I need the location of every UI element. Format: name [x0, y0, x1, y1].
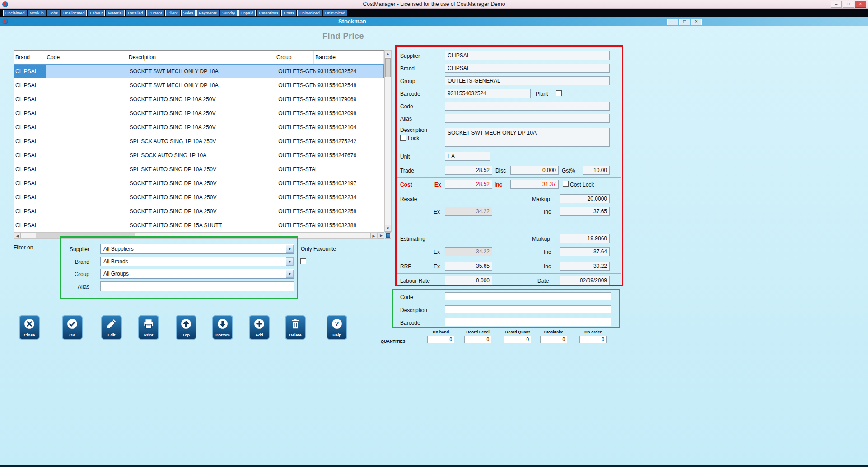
scroll-right-icon[interactable]: ▶ [370, 233, 377, 238]
tab-unpaid[interactable]: Unpaid [238, 10, 256, 16]
quantity-input[interactable]: 0 [464, 336, 491, 343]
barcode-field[interactable]: 9311554032524 [445, 89, 531, 98]
column-header-description[interactable]: Description [127, 51, 275, 64]
disc-field[interactable]: 0.000 [510, 166, 559, 175]
quantity-input[interactable]: 0 [540, 336, 567, 343]
table-row[interactable]: CLIPSALSOCKET AUTO SING 1P 10A 250VOUTLE… [14, 120, 384, 134]
table-row[interactable]: CLIPSALSOCKET AUTO SING DP 10A 250VOUTLE… [14, 176, 384, 190]
edit-button[interactable]: Edit [101, 315, 122, 340]
cost-inc-field[interactable]: 31.37 [510, 180, 559, 189]
table-row[interactable]: CLIPSALSPL SKT AUTO SING DP 10A 250VOUTL… [14, 162, 384, 176]
table-row[interactable]: CLIPSALSPL SCK AUTO SING 1P 10A 250VOUTL… [14, 134, 384, 148]
tab-jobs[interactable]: Jobs [47, 10, 60, 16]
close-button[interactable]: Close [19, 315, 40, 340]
resale-inc-field[interactable]: 37.65 [560, 207, 610, 216]
column-header-group[interactable]: Group [275, 51, 314, 64]
table-row[interactable]: CLIPSALSOCKET SWT MECH ONLY DP 10AOUTLET… [14, 78, 384, 92]
brand-field[interactable]: CLIPSAL [445, 64, 610, 73]
estimating-markup-field[interactable]: 19.9860 [560, 234, 610, 243]
resale-markup-field[interactable]: 20.0000 [560, 194, 610, 203]
table-row[interactable]: CLIPSALSPL SOCK AUTO SING 1P 10AOUTLETS-… [14, 148, 384, 162]
close-icon[interactable]: × [691, 19, 702, 25]
supplier-field[interactable]: CLIPSAL [445, 51, 610, 60]
quantity-input[interactable]: 0 [579, 336, 607, 343]
chevron-down-icon[interactable]: ▼ [286, 245, 294, 253]
labour-rate-field[interactable]: 0.000 [445, 276, 492, 285]
alias-filter-input[interactable] [100, 281, 294, 291]
chevron-down-icon[interactable]: ▼ [286, 270, 294, 278]
scroll-left-icon[interactable]: ◀ [14, 233, 21, 238]
code-field[interactable] [445, 102, 610, 111]
chevron-down-icon[interactable]: ▼ [286, 257, 294, 266]
table-row[interactable]: CLIPSALSOCKET AUTO SING 1P 10A 250VOUTLE… [14, 106, 384, 120]
quantity-input[interactable]: 0 [504, 336, 531, 343]
quantity-input[interactable]: 0 [427, 336, 454, 343]
tab-unclaimed[interactable]: Unclaimed [3, 10, 27, 16]
tab-client[interactable]: Client [165, 10, 180, 16]
column-header-barcode[interactable]: Barcode [314, 51, 381, 64]
add-button[interactable]: Add [249, 315, 270, 340]
maximize-icon[interactable]: □ [679, 19, 690, 25]
column-header-code[interactable]: Code [45, 51, 127, 64]
tab-sundry[interactable]: Sundry [220, 10, 238, 16]
tab-sales[interactable]: Sales [181, 10, 196, 16]
trade-field[interactable]: 28.52 [445, 166, 492, 175]
tab-payments[interactable]: Payments [196, 10, 219, 16]
table-row[interactable]: CLIPSALSOCKET AUTO SING DP 10A 250VOUTLE… [14, 204, 384, 218]
maximize-icon[interactable]: □ [843, 1, 854, 8]
resale-ex-field[interactable]: 34.22 [445, 207, 492, 216]
group-filter-dropdown[interactable]: All Groups ▼ [100, 269, 294, 279]
scroll-up-icon[interactable]: ▲ [385, 51, 391, 57]
lookup-barcode-input[interactable] [445, 318, 611, 326]
table-row[interactable]: CLIPSALSOCKET AUTO SING 1P 10A 250VOUTLE… [14, 92, 384, 106]
scroll-down-icon[interactable]: ▼ [385, 225, 391, 232]
cost-ex-field[interactable]: 28.52 [445, 180, 492, 189]
horizontal-scrollbar[interactable]: ◀ ▶ [14, 232, 378, 239]
estimating-inc-field[interactable]: 37.64 [560, 247, 610, 256]
vertical-scroll-thumb[interactable] [385, 58, 391, 77]
table-row[interactable]: CLIPSALSOCKET SWT MECH ONLY DP 10AOUTLET… [14, 64, 384, 78]
delete-button[interactable]: Delete [285, 315, 306, 340]
date-field[interactable]: 02/09/2009 [560, 276, 610, 285]
print-button[interactable]: Print [138, 315, 159, 340]
tab-uninvoiced[interactable]: Uninvoiced [323, 10, 348, 16]
tab-labour[interactable]: Labour [88, 10, 105, 16]
grid-search-icon[interactable] [385, 232, 391, 239]
column-header-brand[interactable]: Brand [14, 51, 45, 64]
tab-costs[interactable]: Costs [281, 10, 296, 16]
gst-field[interactable]: 10.00 [583, 166, 610, 175]
minimize-icon[interactable]: – [831, 1, 842, 8]
tab-unallocated[interactable]: Unallocated [61, 10, 87, 16]
minimize-icon[interactable]: – [667, 19, 678, 25]
alias-field[interactable] [445, 114, 610, 123]
plant-checkbox[interactable] [556, 90, 562, 96]
description-field[interactable]: SOCKET SWT MECH ONLY DP 10A [445, 128, 610, 147]
description-lock-checkbox[interactable] [400, 135, 406, 141]
vertical-scrollbar[interactable]: ▲ ▼ [384, 50, 392, 232]
help-button[interactable]: ?Help [327, 315, 347, 340]
column-header-a[interactable]: A [381, 51, 384, 64]
scroll-right-end-icon[interactable]: ▶ [378, 232, 384, 239]
tab-uninvoiced[interactable]: Uninvoiced [297, 10, 322, 16]
rrp-inc-field[interactable]: 39.22 [560, 262, 610, 271]
top-button[interactable]: Top [176, 315, 196, 340]
brand-filter-dropdown[interactable]: All Brands ▼ [100, 257, 294, 266]
supplier-filter-dropdown[interactable]: All Suppliers ▼ [100, 244, 294, 254]
close-icon[interactable]: × [855, 1, 866, 8]
tab-detailed[interactable]: Detailed [126, 10, 145, 16]
table-row[interactable]: CLIPSALSOCKET AUTO SING DP 15A SHUTTOUTL… [14, 218, 384, 232]
tab-retentions[interactable]: Retentions [257, 10, 280, 16]
ok-button[interactable]: OK [62, 315, 83, 340]
estimating-ex-field[interactable]: 34.22 [445, 247, 492, 256]
bottom-button[interactable]: Bottom [212, 315, 233, 340]
lookup-description-input[interactable] [445, 305, 611, 313]
cost-lock-checkbox[interactable] [563, 181, 569, 187]
unit-field[interactable]: EA [445, 152, 490, 161]
table-row[interactable]: CLIPSALSOCKET AUTO SING DP 10A 250VOUTLE… [14, 190, 384, 204]
tab-work-in[interactable]: Work in [28, 10, 46, 16]
tab-current[interactable]: Current [146, 10, 164, 16]
rrp-ex-field[interactable]: 35.65 [445, 262, 492, 271]
tab-material[interactable]: Material [106, 10, 125, 16]
only-favourite-checkbox[interactable] [300, 258, 306, 264]
group-field[interactable]: OUTLETS-GENERAL [445, 76, 610, 85]
